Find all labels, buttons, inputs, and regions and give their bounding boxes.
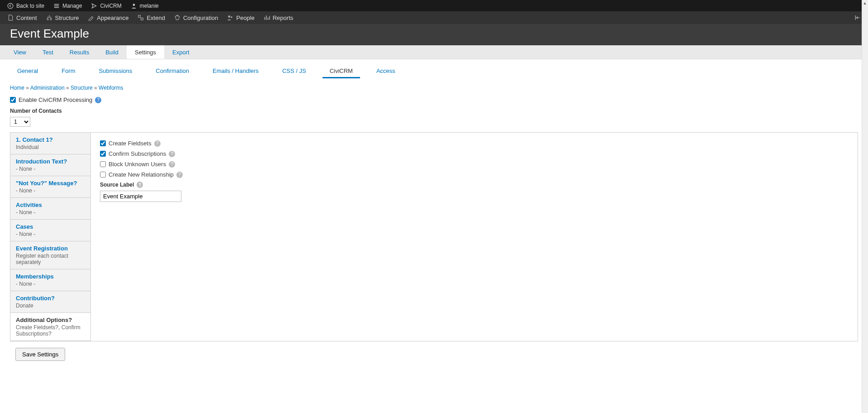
sidebar-sub: - None -: [16, 187, 85, 194]
subtab-submissions[interactable]: Submissions: [92, 64, 140, 78]
structure-icon: [46, 14, 52, 21]
sidebar-item-intro[interactable]: Introduction Text? - None -: [10, 154, 90, 176]
user-link[interactable]: melanie: [126, 0, 163, 11]
civicrm-link[interactable]: CiviCRM: [86, 0, 126, 11]
content-icon: [7, 14, 14, 21]
primary-tabs: View Test Results Build Settings Export: [0, 45, 868, 59]
back-to-site-link[interactable]: Back to site: [3, 0, 49, 11]
page-title: Event Example: [10, 27, 858, 41]
user-label: melanie: [140, 3, 159, 9]
sidebar-item-contribution[interactable]: Contribution? Donate: [10, 291, 90, 313]
create-fieldsets-label: Create Fieldsets: [109, 140, 152, 147]
page-titlebar: Event Example: [0, 24, 868, 45]
sidebar-title: Memberships: [16, 273, 85, 280]
tab-export[interactable]: Export: [164, 45, 198, 59]
help-icon[interactable]: ?: [169, 151, 175, 157]
people-label: People: [236, 14, 254, 21]
help-icon[interactable]: ?: [154, 140, 161, 147]
sidebar-title: Additional Options?: [16, 317, 85, 323]
num-contacts-select[interactable]: 1: [10, 117, 30, 127]
num-contacts-label: Number of Contacts: [10, 108, 858, 114]
settings-main-panel: Create Fieldsets ? Confirm Subscriptions…: [91, 133, 858, 341]
configuration-label: Configuration: [183, 14, 218, 21]
scrollbar[interactable]: ▲: [862, 0, 868, 367]
block-unknown-checkbox[interactable]: [100, 161, 106, 167]
secondary-tabs: General Form Submissions Confirmation Em…: [0, 59, 868, 78]
help-icon[interactable]: ?: [176, 172, 183, 178]
sidebar-item-contact1[interactable]: 1. Contact 1? Individual: [10, 133, 90, 154]
help-icon[interactable]: ?: [137, 182, 143, 188]
sidebar-title: 1. Contact 1?: [16, 136, 85, 143]
svg-point-4: [228, 15, 231, 18]
svg-rect-2: [138, 15, 141, 18]
enable-civicrm-label: Enable CiviCRM Processing: [19, 96, 92, 103]
sidebar-item-memberships[interactable]: Memberships - None -: [10, 269, 90, 291]
sidebar-sub: Individual: [16, 144, 85, 150]
sidebar-title: Introduction Text?: [16, 158, 85, 165]
configuration-icon: [174, 14, 180, 21]
extend-icon: [138, 14, 144, 21]
sidebar-sub: Create Fieldsets?, Confirm Subscriptions…: [16, 324, 85, 337]
subtab-cssjs[interactable]: CSS / JS: [275, 64, 313, 78]
manage-link[interactable]: Manage: [49, 0, 86, 11]
subtab-emails[interactable]: Emails / Handlers: [205, 64, 266, 78]
reports-label: Reports: [273, 14, 294, 21]
sidebar-item-cases[interactable]: Cases - None -: [10, 220, 90, 241]
scroll-up-icon[interactable]: ▲: [862, 0, 868, 6]
sidebar-item-additional[interactable]: Additional Options? Create Fieldsets?, C…: [10, 313, 90, 341]
collapse-icon: [854, 14, 861, 21]
back-to-site-label: Back to site: [16, 3, 44, 9]
civicrm-label: CiviCRM: [100, 3, 121, 9]
subtab-confirmation[interactable]: Confirmation: [148, 64, 196, 78]
enable-civicrm-checkbox[interactable]: [10, 97, 16, 103]
subtab-access[interactable]: Access: [369, 64, 403, 78]
help-icon[interactable]: ?: [95, 97, 101, 103]
tab-test[interactable]: Test: [34, 45, 62, 59]
menu-icon: [53, 3, 60, 9]
tab-settings[interactable]: Settings: [127, 45, 164, 59]
svg-point-5: [231, 16, 232, 18]
structure-label: Structure: [55, 14, 79, 21]
svg-rect-3: [141, 18, 143, 20]
save-settings-button[interactable]: Save Settings: [15, 348, 65, 361]
content-link[interactable]: Content: [3, 11, 42, 24]
sidebar-sub: - None -: [16, 231, 85, 237]
structure-link[interactable]: Structure: [42, 11, 84, 24]
breadcrumb-structure[interactable]: Structure: [71, 85, 93, 91]
extend-link[interactable]: Extend: [133, 11, 169, 24]
tab-build[interactable]: Build: [97, 45, 127, 59]
breadcrumb: Home » Administration » Structure » Webf…: [10, 85, 858, 91]
subtab-civicrm[interactable]: CiviCRM: [323, 64, 360, 78]
user-icon: [131, 3, 137, 9]
help-icon[interactable]: ?: [169, 161, 175, 168]
reports-icon: [264, 14, 270, 21]
source-label-input[interactable]: [100, 191, 181, 202]
people-link[interactable]: People: [223, 11, 259, 24]
sidebar-sub: - None -: [16, 166, 85, 172]
subtab-general[interactable]: General: [10, 64, 45, 78]
configuration-link[interactable]: Configuration: [170, 11, 223, 24]
svg-point-0: [8, 3, 13, 9]
svg-point-1: [133, 4, 135, 6]
subtab-form[interactable]: Form: [54, 64, 82, 78]
create-fieldsets-checkbox[interactable]: [100, 140, 106, 146]
tab-view[interactable]: View: [5, 45, 34, 59]
sidebar-title: Activities: [16, 202, 85, 208]
sidebar-item-event[interactable]: Event Registration Register each contact…: [10, 241, 90, 269]
settings-side-nav: 1. Contact 1? Individual Introduction Te…: [10, 133, 91, 341]
appearance-link[interactable]: Appearance: [83, 11, 133, 24]
tab-results[interactable]: Results: [62, 45, 97, 59]
sidebar-item-notyou[interactable]: "Not You?" Message? - None -: [10, 176, 90, 198]
confirm-subs-label: Confirm Subscriptions: [109, 150, 166, 157]
reports-link[interactable]: Reports: [259, 11, 298, 24]
breadcrumb-home[interactable]: Home: [10, 85, 24, 91]
create-rel-checkbox[interactable]: [100, 172, 106, 178]
sidebar-title: Event Registration: [16, 245, 85, 252]
sidebar-item-activities[interactable]: Activities - None -: [10, 198, 90, 220]
breadcrumb-webforms[interactable]: Webforms: [99, 85, 123, 91]
confirm-subs-checkbox[interactable]: [100, 151, 106, 157]
breadcrumb-administration[interactable]: Administration: [30, 85, 65, 91]
sidebar-sub: - None -: [16, 281, 85, 287]
sidebar-sub: - None -: [16, 209, 85, 216]
sidebar-title: "Not You?" Message?: [16, 180, 85, 187]
